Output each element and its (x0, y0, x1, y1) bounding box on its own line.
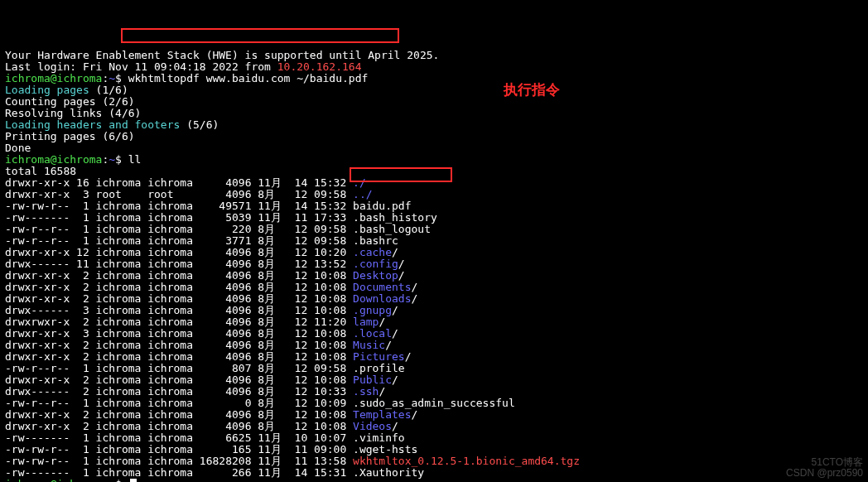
output-line: drwxr-xr-x 2 ichroma ichroma 4096 8月 12 … (5, 282, 863, 293)
output-line: drwxr-xr-x 2 ichroma ichroma 4096 8月 12 … (5, 421, 863, 432)
output-line: drwxr-xr-x 2 ichroma ichroma 4096 8月 12 … (5, 293, 863, 305)
output-line: drwxr-xr-x 3 ichroma ichroma 4096 8月 12 … (5, 328, 863, 340)
output-line: Last login: Fri Nov 11 09:04:18 2022 fro… (5, 61, 863, 73)
output-line: -rw-r--r-- 1 ichroma ichroma 220 8月 12 0… (5, 224, 863, 235)
output-line: -rw-r--r-- 1 ichroma ichroma 0 8月 12 10:… (5, 398, 863, 409)
output-line: Done (5, 142, 863, 154)
output-line: drwx------ 3 ichroma ichroma 4096 8月 12 … (5, 305, 863, 316)
output-line: Printing pages (6/6) (5, 131, 863, 142)
output-line: Resolving links (4/6) (5, 108, 863, 119)
output-line: total 16588 (5, 166, 863, 177)
output-line: -rw-r--r-- 1 ichroma ichroma 3771 8月 12 … (5, 235, 863, 247)
output-line: drwxr-xr-x 2 ichroma ichroma 4096 8月 12 … (5, 340, 863, 351)
terminal-output[interactable]: Your Hardware Enablement Stack (HWE) is … (5, 50, 863, 482)
output-line: -rw-rw-r-- 1 ichroma ichroma 165 11月 11 … (5, 444, 863, 455)
output-line: Loading headers and footers (5/6) (5, 119, 863, 131)
output-line: Your Hardware Enablement Stack (HWE) is … (5, 50, 863, 61)
output-line: -rw------- 1 ichroma ichroma 6625 11月 10… (5, 432, 863, 444)
output-line: ichroma@ichroma:~$ ll (5, 154, 863, 166)
output-line: drwx------ 11 ichroma ichroma 4096 8月 12… (5, 258, 863, 270)
output-line: -rw-rw-r-- 1 ichroma ichroma 49571 11月 1… (5, 200, 863, 212)
output-line: ichroma@ichroma:~$ wkhtmltopdf www.baidu… (5, 73, 863, 84)
watermark: 51CTO博客CSDN @prz0590 (786, 457, 863, 479)
output-line: drwxrwxr-x 2 ichroma ichroma 4096 8月 12 … (5, 316, 863, 328)
output-line: drwx------ 2 ichroma ichroma 4096 8月 12 … (5, 386, 863, 398)
output-line: drwxr-xr-x 2 ichroma ichroma 4096 8月 12 … (5, 351, 863, 363)
output-line: drwxr-xr-x 16 ichroma ichroma 4096 11月 1… (5, 177, 863, 189)
highlight-box-command (121, 28, 399, 43)
output-line: -rw-rw-r-- 1 ichroma ichroma 16828208 11… (5, 455, 863, 467)
cursor (130, 479, 137, 482)
output-line: -rw------- 1 ichroma ichroma 266 11月 14 … (5, 467, 863, 479)
output-line: drwxr-xr-x 3 root root 4096 8月 12 09:58 … (5, 189, 863, 200)
output-line: drwxr-xr-x 12 ichroma ichroma 4096 8月 12… (5, 247, 863, 258)
output-line: -rw------- 1 ichroma ichroma 5039 11月 11… (5, 212, 863, 224)
output-line: drwxr-xr-x 2 ichroma ichroma 4096 8月 12 … (5, 374, 863, 386)
prompt-line[interactable]: ichroma@ichroma:~$ (5, 479, 863, 482)
annotation-label: 执行指令 (504, 84, 560, 96)
output-line: -rw-r--r-- 1 ichroma ichroma 807 8月 12 0… (5, 363, 863, 374)
output-line: drwxr-xr-x 2 ichroma ichroma 4096 8月 12 … (5, 409, 863, 421)
output-line: drwxr-xr-x 2 ichroma ichroma 4096 8月 12 … (5, 270, 863, 282)
output-line: Loading pages (1/6) (5, 84, 863, 96)
output-line: Counting pages (2/6) (5, 96, 863, 108)
